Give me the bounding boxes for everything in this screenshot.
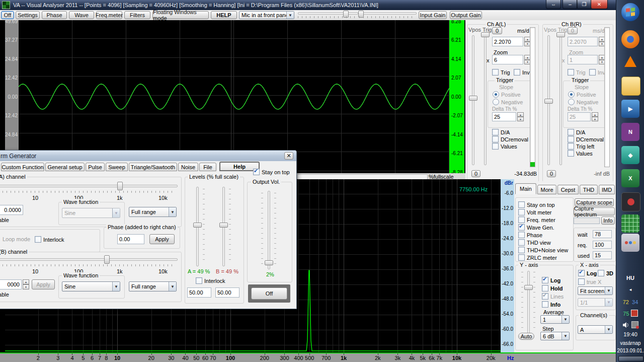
trig-checkbox-a[interactable]: Trig — [492, 69, 510, 76]
tab-cepst[interactable]: Cepst — [557, 185, 579, 194]
da-checkbox-a[interactable]: D/A — [492, 129, 510, 135]
tab-more[interactable]: More — [537, 185, 556, 194]
dcremoval-checkbox-a[interactable]: DCremoval — [492, 136, 528, 142]
level-reset-button-b[interactable]: 0 — [547, 170, 556, 177]
floating-windows-button[interactable]: Floating Windows mode — [152, 11, 209, 19]
speaker-icon[interactable] — [622, 322, 629, 329]
y-scale-slider-thumb[interactable] — [524, 285, 533, 290]
excel-icon[interactable]: X — [621, 169, 639, 187]
wait-field[interactable]: 78 — [593, 230, 612, 238]
y-scale-slider[interactable] — [527, 271, 530, 334]
slope-positive-b[interactable]: Positive — [568, 91, 596, 98]
tab-main[interactable]: Main — [515, 183, 536, 194]
trig-slider-a[interactable] — [484, 35, 487, 165]
step-select[interactable]: 6 dB▼ — [540, 332, 570, 340]
slope-negative-a[interactable]: Negative — [493, 99, 523, 105]
slope-positive-a[interactable]: Positive — [493, 91, 521, 98]
timediv-field-b[interactable]: 2.2070 — [568, 37, 598, 46]
freq-apply-button-b[interactable]: Apply — [32, 279, 55, 289]
generator-title-bar[interactable]: rm Generator — [0, 151, 296, 161]
show-hidden-icons-arrow[interactable]: ◂ — [616, 287, 644, 292]
x-log-checkbox[interactable]: Log — [578, 270, 597, 276]
freq-meter-checkbox[interactable]: Freq. meter — [518, 216, 555, 223]
minimize-button[interactable]: – — [562, 0, 578, 9]
gen-tab-pulse[interactable]: Pulse — [86, 163, 105, 171]
loop-interlock-checkbox[interactable]: Interlock — [35, 236, 64, 243]
delta-th-field-b[interactable]: 25 — [568, 112, 591, 121]
maximize-button[interactable]: ❐ — [577, 0, 592, 9]
security-app-icon[interactable] — [621, 192, 640, 211]
vpos-reset-button-a[interactable]: 0 — [492, 27, 502, 34]
y-log-checkbox[interactable]: Log — [542, 277, 560, 283]
lines-checkbox[interactable]: Lines — [542, 293, 564, 300]
output-gain-slider[interactable] — [359, 12, 417, 15]
power-plug-icon[interactable] — [631, 310, 638, 317]
gen-tab-custom-function[interactable]: Custom Function — [1, 163, 44, 171]
show-desktop-button[interactable] — [618, 356, 643, 361]
filters-button[interactable]: Filters — [124, 11, 150, 19]
level-slider-b-thumb[interactable] — [219, 223, 228, 228]
trig-slider-a-thumb[interactable] — [481, 32, 490, 37]
help-button[interactable]: HELP — [211, 11, 237, 19]
level-a-field[interactable]: 50.00 — [187, 287, 211, 298]
start-button[interactable] — [621, 3, 639, 21]
stay-on-top-checkbox[interactable]: Stay on top — [518, 201, 555, 208]
vpos-slider-a-thumb[interactable] — [469, 96, 477, 101]
info-button[interactable]: Info — [601, 216, 615, 225]
trig-checkbox-b[interactable]: Trig — [568, 69, 586, 76]
wave-select-b[interactable]: Sine▼ — [62, 281, 120, 292]
phase-checkbox[interactable]: Phase — [518, 232, 542, 238]
y-info-checkbox[interactable]: Info — [542, 301, 560, 308]
levels-interlock-checkbox[interactable]: Interlock — [196, 277, 225, 284]
fit-screen-select[interactable]: Fit screen▼ — [578, 286, 613, 295]
freq-field-a[interactable]: 0.0000 — [0, 205, 23, 215]
vpos-reset-button-b[interactable]: 0 — [568, 27, 578, 34]
volt-meter-checkbox[interactable]: Volt meter — [518, 209, 552, 215]
vlc-icon[interactable] — [621, 52, 639, 70]
zoom-field-a[interactable]: 6 — [492, 55, 523, 64]
generator-close-button[interactable]: ✕ — [284, 152, 293, 160]
gen-stay-on-top-checkbox[interactable]: Stay on top — [253, 169, 290, 175]
dock-toggle-button[interactable]: ⇔ — [546, 0, 561, 9]
media-player-icon[interactable]: ▶ — [621, 100, 639, 118]
gen-tab-general-setup[interactable]: General setup — [45, 163, 85, 171]
range-select-a[interactable]: Full range▼ — [129, 207, 177, 217]
channel-select[interactable]: A▼ — [578, 325, 613, 334]
freq-field-b[interactable]: 0000 — [0, 279, 22, 289]
freq-slider-b[interactable] — [0, 258, 178, 261]
input-gain-slider[interactable] — [298, 12, 358, 15]
settings-button[interactable]: Settings — [16, 11, 40, 19]
average-select[interactable]: 1▼ — [540, 315, 570, 324]
gen-tab-noise[interactable]: Noise — [178, 163, 198, 171]
paint-icon[interactable] — [621, 234, 639, 252]
wave-button[interactable]: Wave — [69, 11, 94, 19]
capture-spectrum-button[interactable]: Capture spectrum — [574, 207, 615, 215]
tab-thd[interactable]: THD — [580, 185, 598, 194]
zrlc-meter-checkbox[interactable]: ZRLC meter — [518, 254, 557, 261]
level-slider-a-thumb[interactable] — [193, 223, 202, 228]
trig-left-checkbox-b[interactable]: Trig left — [568, 143, 594, 150]
zoom-field-b[interactable]: 1 — [568, 55, 598, 64]
output-vol-slider-thumb[interactable] — [265, 260, 273, 265]
range-select-b[interactable]: Full range▼ — [129, 281, 177, 292]
thd-view-checkbox[interactable]: THD view — [518, 239, 551, 246]
onoff-button[interactable]: Off — [1, 11, 14, 19]
freqmeter-button[interactable]: Freq.meter — [96, 11, 122, 19]
delta-th-spinner-b[interactable]: ▲▼ — [592, 112, 598, 121]
level-b-field[interactable]: 50.00 — [215, 287, 239, 298]
notes-app-icon[interactable]: ◆ — [621, 146, 639, 164]
x-3d-checkbox[interactable]: 3D — [598, 270, 613, 276]
gen-tab-file[interactable]: File — [199, 163, 216, 171]
output-gain-button[interactable]: Output Gain — [450, 11, 482, 19]
hold-checkbox[interactable]: Hold — [542, 285, 562, 292]
firefox-icon[interactable] — [621, 30, 639, 48]
explorer-folder-icon[interactable] — [621, 77, 640, 96]
req-field[interactable]: 100 — [593, 241, 612, 249]
values-checkbox-a[interactable]: Values — [492, 143, 517, 150]
freq-slider-b-thumb[interactable] — [104, 255, 110, 264]
level-reset-button-a[interactable]: 0 — [471, 170, 480, 177]
timediv-field-a[interactable]: 2.2070 — [492, 37, 523, 46]
gen-tab-sweep[interactable]: Sweep — [106, 163, 128, 171]
ratio-select[interactable]: 1/1▼ — [578, 298, 613, 307]
dcremoval-checkbox-b[interactable]: DCremoval — [568, 136, 604, 142]
